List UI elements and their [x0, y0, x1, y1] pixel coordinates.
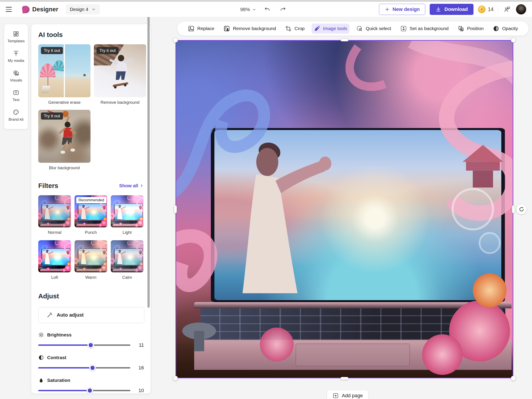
add-page-icon — [332, 392, 339, 399]
set-as-background-icon — [400, 25, 407, 32]
toolbar-quick-select[interactable]: Quick select — [354, 24, 393, 34]
plus-icon — [385, 7, 390, 12]
contrast-value: 16 — [134, 365, 144, 371]
filter-tile-punch[interactable]: Recommended — [75, 195, 107, 227]
resize-handle-left[interactable] — [174, 205, 177, 213]
text-icon — [13, 89, 19, 96]
artwork-fantasy-laptop — [75, 240, 107, 272]
resize-handle-top-left[interactable] — [173, 38, 178, 43]
left-navigation-rail: Templates My media Visuals Text Brand ki… — [4, 24, 28, 129]
artwork-dragons-flowers — [75, 240, 107, 272]
brightness-slider[interactable] — [38, 344, 130, 346]
artwork-fantasy-laptop — [111, 195, 143, 227]
window-top-strip — [0, 0, 532, 2]
toolbar-image-tools[interactable]: Image tools — [312, 24, 350, 34]
remove-background-icon — [223, 25, 230, 32]
slider-label: Saturation — [47, 378, 70, 383]
resize-handle-bottom[interactable] — [341, 377, 348, 380]
resize-handle-top[interactable] — [341, 39, 348, 41]
design-name-dropdown[interactable]: Design 4 — [66, 4, 100, 14]
design-name: Design 4 — [70, 7, 88, 12]
filter-tile-warm[interactable] — [75, 240, 107, 272]
chevron-down-icon — [252, 7, 256, 12]
toolbar-opacity[interactable]: Opacity — [491, 24, 520, 34]
feedback-button[interactable] — [503, 5, 512, 14]
redo-button[interactable] — [279, 5, 287, 14]
image-context-toolbar: Replace Remove background Crop Image too… — [177, 21, 529, 36]
artwork-fantasy-laptop — [176, 40, 513, 378]
panel-scrollbar[interactable] — [147, 9, 150, 308]
toolbar-remove-background[interactable]: Remove background — [221, 24, 278, 34]
download-icon — [436, 7, 441, 12]
tool-label: Remove background — [101, 100, 139, 105]
sidebar-item-my-media[interactable]: My media — [4, 48, 28, 65]
upload-icon — [13, 50, 19, 57]
credit-coin-icon — [478, 6, 486, 13]
artwork-dragons-flowers — [176, 40, 513, 378]
download-button[interactable]: Download — [430, 4, 474, 15]
toolbar-set-as-background[interactable]: Set as background — [398, 24, 451, 34]
ai-tool-remove-background[interactable]: Try it out — [94, 44, 146, 97]
show-all-filters-link[interactable]: Show all — [119, 183, 144, 188]
filter-tile-calm[interactable] — [111, 240, 143, 272]
ai-tool-blur-background[interactable]: Try it out — [38, 110, 90, 163]
contrast-slider-thumb[interactable] — [89, 365, 96, 371]
toolbar-replace[interactable]: Replace — [186, 24, 217, 34]
selected-image[interactable] — [176, 40, 513, 378]
saturation-value: 10 — [134, 388, 144, 393]
filter-tile-light[interactable] — [111, 195, 143, 227]
crop-icon — [285, 25, 291, 32]
filters-heading: Filters — [38, 182, 58, 190]
toolbar-crop[interactable]: Crop — [283, 24, 307, 34]
tool-label: Generative erase — [48, 100, 81, 105]
ai-tool-generative-erase[interactable]: Try it out — [38, 44, 90, 97]
brightness-slider-block: Brightness 11 — [38, 332, 144, 348]
user-avatar[interactable] — [516, 4, 526, 14]
auto-adjust-button[interactable]: Auto adjust — [38, 307, 144, 323]
sidebar-item-brand-kit[interactable]: Brand kit — [4, 107, 28, 124]
opacity-icon — [493, 25, 499, 32]
artwork-dragons-flowers — [38, 195, 71, 227]
resize-handle-top-right[interactable] — [511, 38, 516, 43]
credits-counter[interactable]: 14 — [478, 6, 494, 13]
chevron-right-icon — [139, 183, 144, 188]
toolbar-position[interactable]: Position — [456, 24, 486, 34]
try-it-out-badge: Try it out — [41, 47, 63, 54]
add-page-button[interactable]: Add page — [327, 390, 368, 399]
undo-button[interactable] — [263, 5, 272, 14]
designer-logo-icon — [22, 5, 30, 13]
rotate-icon — [519, 206, 525, 212]
zoom-level-dropdown[interactable]: 98% — [240, 7, 256, 13]
position-layers-icon — [458, 25, 464, 32]
resize-handle-right[interactable] — [512, 205, 515, 213]
filter-tile-lofi[interactable] — [38, 240, 71, 272]
image-tools-pen-icon — [314, 25, 320, 32]
brightness-slider-thumb[interactable] — [87, 342, 94, 348]
zoom-level: 98% — [240, 7, 250, 13]
sidebar-item-templates[interactable]: Templates — [4, 29, 28, 45]
menu-icon[interactable] — [6, 4, 16, 14]
slider-label: Brightness — [47, 332, 72, 338]
resize-handle-bottom-left[interactable] — [173, 376, 178, 381]
recommended-badge: Recommended — [76, 197, 106, 203]
sidebar-item-text[interactable]: Text — [4, 87, 28, 104]
filter-tile-normal[interactable] — [38, 195, 71, 227]
contrast-icon — [38, 355, 44, 360]
quick-select-icon — [356, 25, 363, 32]
new-design-button[interactable]: New design — [379, 4, 425, 15]
resize-handle-bottom-right[interactable] — [511, 376, 516, 381]
saturation-slider[interactable] — [38, 390, 130, 391]
saturation-slider-block: Saturation 10 — [38, 377, 144, 393]
artwork-fantasy-laptop — [38, 240, 71, 272]
contrast-slider-block: Contrast 16 — [38, 355, 144, 371]
app-title: Designer — [32, 6, 58, 13]
credits-count: 14 — [488, 7, 494, 13]
sidebar-item-visuals[interactable]: Visuals — [4, 68, 28, 84]
artwork-fantasy-laptop — [38, 195, 71, 227]
contrast-slider[interactable] — [38, 367, 130, 368]
rotate-handle[interactable] — [516, 204, 527, 214]
feedback-person-icon — [504, 6, 510, 13]
app-header: Designer Design 4 98% New design Downloa… — [0, 2, 532, 17]
images-icon — [13, 70, 19, 76]
saturation-slider-thumb[interactable] — [87, 387, 93, 394]
